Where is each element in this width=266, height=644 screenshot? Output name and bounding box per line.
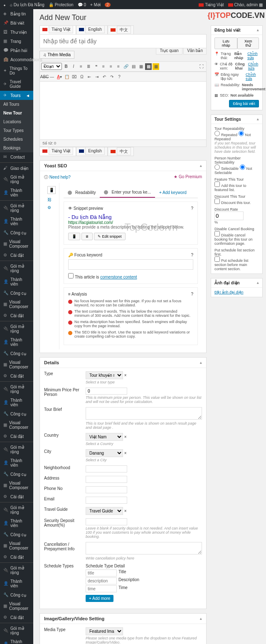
align-left-icon[interactable]: ≡ (100, 63, 107, 70)
help-icon[interactable]: ? (116, 73, 123, 80)
discount-checkbox[interactable]: Discount this tour. (214, 201, 251, 205)
sidebar-item[interactable]: 👤Thành viên (0, 456, 33, 470)
lang-tab-vn[interactable]: Tiếng Việt (39, 25, 76, 35)
link-icon[interactable]: 🔗 (123, 63, 129, 70)
type-select[interactable]: Tour khuyến mãi (86, 371, 123, 379)
sched-title-input[interactable] (86, 569, 117, 577)
list-ol-icon[interactable]: ≣ (85, 63, 92, 70)
minprice-input[interactable] (86, 388, 127, 395)
tab-readability[interactable]: Readability (64, 187, 100, 198)
snippet-url[interactable]: https://lacgiatourist.com/ (68, 220, 193, 225)
rate-input[interactable] (214, 211, 244, 220)
help-icon[interactable]: ? (191, 292, 193, 296)
sidebar-appearance[interactable]: 🖌Giao diện (0, 164, 33, 173)
sidebar-sub-newtour[interactable]: New Tour (0, 109, 33, 117)
sidebar-item[interactable]: ▦Visual Composer (0, 479, 33, 492)
lang-tab-vn[interactable]: Tiếng Việt (39, 147, 76, 156)
italic-icon[interactable]: I (70, 63, 77, 70)
lang-tab-en[interactable]: English (76, 25, 108, 35)
vc-icon[interactable]: ▦ (153, 63, 159, 70)
sidebar-item[interactable]: 🔌Gói mở rộng (0, 201, 33, 215)
lang-tab-en[interactable]: English (76, 147, 108, 156)
sidebar-dashboard[interactable]: ◈Bảng tin (0, 9, 33, 18)
clear-icon[interactable]: ⌧ (71, 73, 78, 80)
sidebar-item[interactable]: ⚙Cài đặt (0, 251, 33, 260)
sidebar-sub-alltours[interactable]: All Tours (0, 100, 33, 109)
sidebar-item[interactable]: 🔌Gói mở rộng (0, 624, 33, 637)
bold-icon[interactable]: B (63, 63, 69, 70)
list-ul-icon[interactable]: ≡ (78, 63, 84, 70)
schedfirst-checkbox[interactable]: Put schedule list section before main co… (214, 259, 249, 271)
sidebar-item[interactable]: ▦Visual Composer (0, 539, 33, 552)
sidebar-things[interactable]: ✦Things To Do (0, 64, 33, 77)
address-input[interactable] (86, 476, 127, 483)
focus-keyword-input[interactable] (68, 259, 193, 270)
share-icon[interactable]: ⛓ (47, 197, 56, 202)
sidebar-item[interactable]: 👤Thành viên (0, 577, 33, 590)
sched-desc-input[interactable] (86, 577, 117, 584)
sidebar-item[interactable]: 🔧Công cụ (0, 530, 33, 539)
repeated-radio[interactable]: Repeated (214, 133, 237, 137)
email-input[interactable] (86, 497, 127, 504)
sidebar-item[interactable]: ⚙Cài đặt (0, 552, 33, 562)
edit-vis-link[interactable]: Chỉnh sửa (248, 62, 259, 70)
lang-tab-cn[interactable]: 中文 (108, 147, 134, 156)
align-right-icon[interactable]: ≡ (115, 63, 122, 70)
sidebar-item[interactable]: 👤Thành viên (0, 517, 33, 530)
gear-icon[interactable]: ⚙ (47, 205, 56, 210)
redo-icon[interactable]: ↷ (108, 73, 115, 80)
sidebar-item[interactable]: 🔧Công cụ (0, 470, 33, 479)
paste-icon[interactable]: 📋 (64, 73, 70, 80)
protection-link[interactable]: 🔒 Protection (49, 2, 74, 7)
sidebar-media[interactable]: 🖼Thư viện (0, 27, 33, 37)
mobile-view-icon[interactable]: 📱 (68, 233, 80, 240)
sidebar-item[interactable]: ▦Visual Composer (0, 358, 33, 371)
toggle-icon[interactable]: ▴ (257, 28, 259, 32)
user-greeting[interactable]: Chào, admin ▦ (228, 2, 263, 7)
deposit-input[interactable] (86, 518, 127, 525)
help-icon[interactable]: ? (191, 206, 193, 211)
lang-tab-cn[interactable]: 中文 (108, 25, 134, 35)
sidebar-item[interactable]: 👤Thành viên (0, 275, 33, 288)
sidebar-item[interactable]: 👤Thành viên (0, 396, 33, 409)
sidebar-item[interactable]: 🔌Gói mở rộng (0, 322, 33, 336)
sidebar-item[interactable]: ▦Visual Composer (0, 418, 33, 432)
strike-icon[interactable]: ABC (41, 73, 48, 80)
title-input[interactable] (39, 34, 207, 48)
help-link[interactable]: Need help? (49, 175, 71, 179)
feature-checkbox[interactable]: Add this tour to featured list. (214, 184, 246, 192)
comments-link[interactable]: 💬 0 (78, 2, 86, 7)
sidebar-sub-locations[interactable]: Locations (0, 117, 33, 126)
site-link[interactable]: ⌂ Du lịch Đà Nẵng (10, 2, 44, 7)
premium-link[interactable]: ★ Go Premium (174, 174, 202, 180)
sidebar-item[interactable]: ▦Visual Composer (0, 599, 33, 613)
sidebar-item[interactable]: 🔧Công cụ (0, 288, 33, 298)
city-select[interactable]: Danang (86, 449, 123, 457)
brief-input[interactable] (86, 407, 202, 420)
toggle-icon[interactable]: ▴ (200, 164, 202, 168)
sidebar-item[interactable]: 🔌Gói mở rộng (0, 564, 33, 577)
toolbar-toggle-icon[interactable]: ▦ (145, 63, 152, 70)
publish-button[interactable]: Đăng bài viết (229, 100, 259, 107)
toggle-icon[interactable]: ▴ (257, 117, 259, 122)
sidebar-item[interactable]: ⚙Cài đặt (0, 492, 33, 501)
selectable-radio[interactable]: Selectable (214, 167, 239, 171)
sidebar-item[interactable]: 🔧Công cụ (0, 228, 33, 237)
sidebar-item[interactable]: ⚙Cài đặt (0, 371, 33, 380)
format-select[interactable]: Đoạn (41, 63, 62, 70)
sidebar-item[interactable]: ⚙Cài đặt (0, 613, 33, 622)
sidebar-item[interactable]: 🔧Công cụ (0, 590, 33, 599)
editor-body[interactable] (39, 82, 207, 140)
snippet-title[interactable]: - Du lịch Đà Nẵng (68, 214, 193, 220)
fullscreen-icon[interactable]: ⛶ (198, 63, 205, 70)
sidebar-users[interactable]: 👤Thành viên (0, 186, 33, 199)
toggle-icon[interactable]: ▴ (200, 361, 202, 365)
guide-select[interactable]: Travel Guide To Paris (86, 507, 123, 515)
sidebar-item[interactable]: 🔌Gói mở rộng (0, 383, 33, 396)
add-more-button[interactable]: + Add more (86, 595, 113, 602)
sidebar-item[interactable]: 👤Thành viên (0, 215, 33, 228)
toggle-icon[interactable]: ▴ (257, 281, 259, 285)
indent-icon[interactable]: ⇥ (94, 73, 100, 80)
sidebar-item[interactable]: 🔌Gói mở rộng (0, 503, 33, 517)
neighbor-input[interactable] (86, 465, 127, 472)
